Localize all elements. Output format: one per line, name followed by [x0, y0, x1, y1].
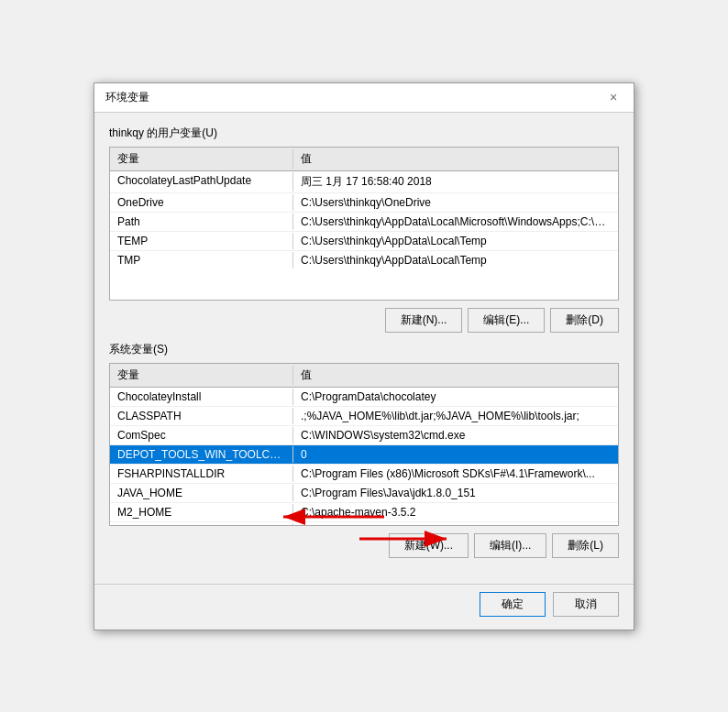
row-val: C:\Users\thinkqy\AppData\Local\Temp [293, 233, 618, 249]
row-var: JAVA_HOME [110, 485, 293, 501]
row-val: 0 [293, 446, 618, 463]
row-var: NUMBER_OF_PROCESSORS [110, 523, 293, 525]
sys-header-val: 值 [293, 366, 618, 385]
row-var: Path [110, 214, 293, 230]
user-header-val: 值 [293, 149, 618, 169]
row-var: ChocolateyLastPathUpdate [110, 172, 293, 192]
footer-row: 确定 取消 [94, 584, 634, 630]
table-row[interactable]: TMPC:\Users\thinkqy\AppData\Local\Temp [110, 251, 618, 269]
row-val: C:\Users\thinkqy\AppData\Local\Microsoft… [293, 214, 618, 230]
row-var: ChocolateyInstall [110, 389, 293, 405]
title-bar: 环境变量 × [94, 83, 634, 113]
user-table-header: 变量 值 [110, 148, 618, 171]
sys-section-label: 系统变量(S) [109, 342, 619, 357]
row-val: C:\Program Files\Java\jdk1.8.0_151 [293, 485, 618, 501]
row-val: C:\Program Files (x86)\Microsoft SDKs\F#… [293, 466, 618, 482]
ok-button[interactable]: 确定 [480, 592, 546, 617]
user-section-label: thinkqy 的用户变量(U) [109, 126, 619, 141]
table-row[interactable]: NUMBER_OF_PROCESSORS8 [110, 522, 618, 525]
user-new-button[interactable]: 新建(N)... [385, 308, 463, 333]
table-row[interactable]: TEMPC:\Users\thinkqy\AppData\Local\Temp [110, 232, 618, 251]
row-var: OneDrive [110, 194, 293, 211]
row-var: DEPOT_TOOLS_WIN_TOOLCHAIN [110, 446, 293, 463]
table-row[interactable]: DEPOT_TOOLS_WIN_TOOLCHAIN0 [110, 445, 618, 465]
dialog-body: thinkqy 的用户变量(U) 变量 值 ChocolateyLastPath… [94, 113, 634, 580]
row-val: .;%JAVA_HOME%\lib\dt.jar;%JAVA_HOME%\lib… [293, 408, 618, 424]
row-val: C:\Users\thinkqy\OneDrive [293, 194, 618, 211]
environment-variables-dialog: 环境变量 × thinkqy 的用户变量(U) 变量 值 ChocolateyL… [94, 82, 634, 630]
table-row[interactable]: CLASSPATH.;%JAVA_HOME%\lib\dt.jar;%JAVA_… [110, 407, 618, 426]
table-row[interactable]: M2_HOMEC:\apache-maven-3.5.2 [110, 503, 618, 522]
row-val: 8 [293, 523, 618, 525]
sys-header-var: 变量 [110, 366, 293, 385]
table-row[interactable]: OneDriveC:\Users\thinkqy\OneDrive [110, 193, 618, 213]
sys-variables-table: 变量 值 ChocolateyInstallC:\ProgramData\cho… [109, 363, 619, 526]
sys-new-button[interactable]: 新建(W)... [389, 533, 469, 558]
user-header-var: 变量 [110, 149, 293, 169]
table-row[interactable]: ChocolateyLastPathUpdate周三 1月 17 16:58:4… [110, 171, 618, 193]
sys-buttons-row: 新建(W)... 编辑(I)... 删除(L) [109, 533, 619, 558]
row-var: FSHARPINSTALLDIR [110, 466, 293, 482]
user-delete-button[interactable]: 删除(D) [550, 308, 619, 333]
row-var: ComSpec [110, 427, 293, 444]
row-var: TEMP [110, 233, 293, 249]
dialog-title: 环境变量 [105, 90, 149, 105]
sys-delete-button[interactable]: 删除(L) [552, 533, 619, 558]
row-var: TMP [110, 252, 293, 268]
sys-table-header: 变量 值 [110, 364, 618, 388]
user-edit-button[interactable]: 编辑(E)... [468, 308, 545, 333]
row-val: 周三 1月 17 16:58:40 2018 [293, 172, 618, 192]
row-val: C:\WINDOWS\system32\cmd.exe [293, 427, 618, 444]
close-button[interactable]: × [604, 88, 623, 106]
cancel-button[interactable]: 取消 [553, 592, 619, 617]
user-buttons-row: 新建(N)... 编辑(E)... 删除(D) [109, 308, 619, 333]
row-val: C:\apache-maven-3.5.2 [293, 504, 618, 520]
sys-edit-button[interactable]: 编辑(I)... [474, 533, 546, 558]
user-variables-table: 变量 值 ChocolateyLastPathUpdate周三 1月 17 16… [109, 147, 619, 301]
table-row[interactable]: ChocolateyInstallC:\ProgramData\chocolat… [110, 388, 618, 407]
table-row[interactable]: ComSpecC:\WINDOWS\system32\cmd.exe [110, 426, 618, 445]
table-row[interactable]: FSHARPINSTALLDIRC:\Program Files (x86)\M… [110, 465, 618, 484]
table-row[interactable]: JAVA_HOMEC:\Program Files\Java\jdk1.8.0_… [110, 484, 618, 503]
table-row[interactable]: PathC:\Users\thinkqy\AppData\Local\Micro… [110, 213, 618, 232]
row-var: CLASSPATH [110, 408, 293, 424]
user-table-body: ChocolateyLastPathUpdate周三 1月 17 16:58:4… [110, 171, 618, 300]
row-val: C:\Users\thinkqy\AppData\Local\Temp [293, 252, 618, 268]
sys-table-body: ChocolateyInstallC:\ProgramData\chocolat… [110, 388, 618, 525]
row-var: M2_HOME [110, 504, 293, 520]
row-val: C:\ProgramData\chocolatey [293, 389, 618, 405]
